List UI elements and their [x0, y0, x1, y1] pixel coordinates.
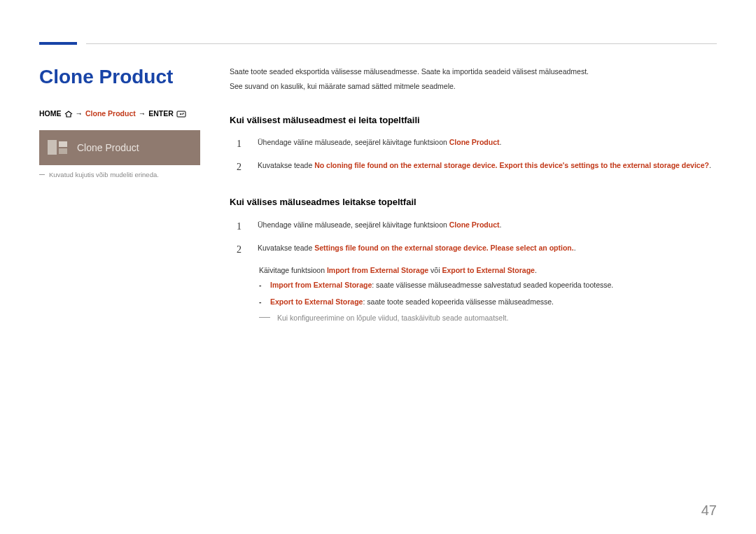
- breadcrumb-item: Clone Product: [85, 109, 136, 118]
- emphasis: Import from External Storage: [327, 266, 428, 274]
- emphasis: No cloning file found on the external st…: [314, 161, 709, 169]
- page-number: 47: [701, 503, 717, 519]
- sub-content: Käivitage funktsioon Import from Externa…: [259, 265, 717, 324]
- breadcrumb-arrow: →: [76, 109, 83, 118]
- header-rule: [86, 43, 717, 44]
- dash-icon: -: [259, 296, 265, 308]
- step-item: 1 Ühendage väline mäluseade, seejärel kä…: [230, 136, 717, 152]
- dash-list-item: - Export to External Storage: saate toot…: [259, 296, 717, 308]
- home-icon: [64, 109, 73, 118]
- emphasis: Import from External Storage: [270, 281, 372, 289]
- enter-icon: [176, 109, 186, 118]
- breadcrumb-arrow: →: [139, 109, 146, 118]
- step-number: 2: [237, 159, 246, 175]
- header-accent-bar: [39, 42, 77, 45]
- page-title: Clone Product: [39, 66, 202, 88]
- right-column: Saate toote seaded eksportida välisesse …: [230, 66, 717, 324]
- intro-paragraph: See suvand on kasulik, kui määrate samad…: [230, 80, 717, 92]
- intro-paragraph: Saate toote seaded eksportida välisesse …: [230, 66, 717, 78]
- breadcrumb-home: HOME: [39, 109, 62, 118]
- emphasis: Clone Product: [449, 220, 500, 229]
- step-body: Kuvatakse teade No cloning file found on…: [258, 159, 717, 175]
- step-item: 2 Kuvatakse teade Settings file found on…: [230, 241, 717, 258]
- emphasis: Export to External Storage: [270, 297, 363, 306]
- step-number: 2: [237, 241, 246, 258]
- launch-text: Käivitage funktsioon Import from Externa…: [259, 265, 717, 276]
- step-number: 1: [237, 136, 246, 152]
- step-item: 2 Kuvatakse teade No cloning file found …: [230, 159, 717, 175]
- emphasis: Export to External Storage: [442, 266, 534, 274]
- section-heading: Kui välises mäluseadmes leitakse topeltf…: [230, 195, 717, 209]
- left-column: Clone Product HOME → Clone Product → ENT…: [39, 66, 202, 324]
- step-body: Kuvatakse teade Settings file found on t…: [258, 241, 717, 258]
- caption-text: Kuvatud kujutis võib mudeliti erineda.: [49, 171, 159, 178]
- feature-tile: Clone Product: [39, 130, 200, 165]
- emphasis: Settings file found on the external stor…: [314, 244, 574, 252]
- dash-list-item: - Import from External Storage: saate vä…: [259, 279, 717, 291]
- emphasis: Clone Product: [449, 138, 500, 146]
- breadcrumb-enter: ENTER: [148, 109, 174, 118]
- image-caption: Kuvatud kujutis võib mudeliti erineda.: [39, 171, 202, 178]
- section-heading: Kui välisest mäluseadmest ei leita topel…: [230, 113, 717, 127]
- step-item: 1 Ühendage väline mäluseade, seejärel kä…: [230, 218, 717, 234]
- step-body: Ühendage väline mäluseade, seejärel käiv…: [258, 136, 717, 152]
- page-content: Clone Product HOME → Clone Product → ENT…: [39, 41, 717, 324]
- breadcrumb: HOME → Clone Product → ENTER: [39, 109, 202, 118]
- note-text: Kui konfigureerimine on lõpule viidud, t…: [277, 312, 508, 324]
- dash-icon: [259, 317, 270, 318]
- step-body: Ühendage väline mäluseade, seejärel käiv…: [258, 218, 717, 234]
- dash-icon: [39, 174, 45, 175]
- feature-tile-label: Clone Product: [77, 142, 139, 153]
- feature-tile-icon: [46, 137, 67, 158]
- dash-icon: -: [259, 279, 265, 291]
- step-number: 1: [237, 218, 246, 234]
- note: Kui konfigureerimine on lõpule viidud, t…: [259, 312, 717, 324]
